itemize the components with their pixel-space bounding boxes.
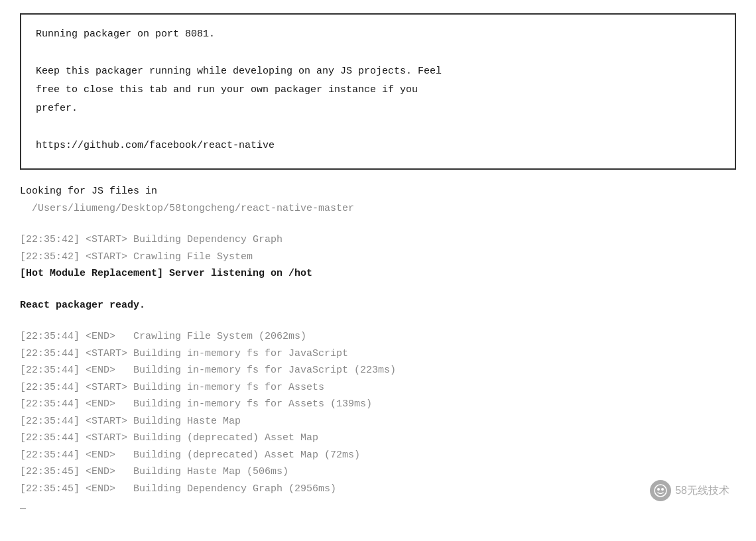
info-line-blank1 (36, 45, 720, 61)
info-line-2: Keep this packager running while develop… (36, 64, 720, 80)
output-line-11: [22:35:44] <START> Building Haste Map (20, 413, 736, 430)
watermark-text: 58无线技术 (675, 484, 729, 498)
info-line-3: free to close this tab and run your own … (36, 82, 720, 98)
blank-2 (20, 282, 736, 297)
output-line-1: /Users/liumeng/Desktop/58tongcheng/react… (20, 200, 736, 217)
blank-1 (20, 217, 736, 231)
output-line-7: [22:35:44] <START> Building in-memory fs… (20, 345, 736, 363)
svg-point-2 (661, 488, 664, 491)
output-line-10: [22:35:44] <END> Building in-memory fs f… (20, 396, 736, 413)
info-line-4: prefer. (36, 101, 720, 117)
svg-point-1 (657, 488, 660, 491)
output-line-0: Looking for JS files in (20, 183, 736, 200)
output-line-9: [22:35:44] <START> Building in-memory fs… (20, 379, 736, 396)
output-line-15: [22:35:45] <END> Building Dependency Gra… (20, 481, 736, 498)
watermark-icon (650, 480, 671, 501)
output-line-14: [22:35:45] <END> Building Haste Map (506… (20, 463, 736, 481)
output-line-13: [22:35:44] <END> Building (deprecated) A… (20, 447, 736, 464)
watermark: 58无线技术 (650, 480, 729, 501)
output-line-5: React packager ready. (20, 297, 736, 314)
main-output: Looking for JS files in /Users/liumeng/D… (20, 183, 736, 514)
info-line-url: https://github.com/facebook/react-native (36, 138, 720, 154)
output-line-4: [Hot Module Replacement] Server listenin… (20, 265, 736, 282)
output-line-12: [22:35:44] <START> Building (deprecated)… (20, 430, 736, 447)
output-line-3: [22:35:42] <START> Crawling File System (20, 249, 736, 266)
info-line-1: Running packager on port 8081. (36, 27, 720, 42)
info-box: Running packager on port 8081. Keep this… (20, 13, 736, 170)
svg-point-0 (655, 485, 666, 497)
info-line-blank2 (36, 119, 720, 135)
blank-3 (20, 314, 736, 328)
terminal-container: Running packager on port 8081. Keep this… (20, 13, 736, 514)
output-line-2: [22:35:42] <START> Building Dependency G… (20, 231, 736, 249)
output-line-6: [22:35:44] <END> Crawling File System (2… (20, 328, 736, 345)
output-cursor: _ (20, 497, 736, 514)
output-line-8: [22:35:44] <END> Building in-memory fs f… (20, 362, 736, 379)
